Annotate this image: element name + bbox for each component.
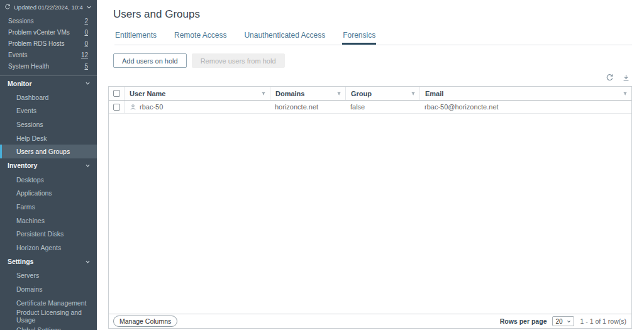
sidebar-item-users-and-groups[interactable]: Users and Groups xyxy=(0,145,97,158)
table-header-row: User Name Domains Group xyxy=(109,87,631,101)
column-label: Group xyxy=(351,90,372,97)
stat-label: Sessions xyxy=(8,18,84,25)
filter-icon[interactable] xyxy=(336,91,341,96)
row-checkbox[interactable] xyxy=(113,104,120,111)
sidebar-item-desktops[interactable]: Desktops xyxy=(0,173,97,187)
sidebar-updated-bar: Updated 01/22/2024, 10:47 AM xyxy=(0,0,97,14)
remove-users-from-hold-button: Remove users from hold xyxy=(192,53,285,68)
action-buttons: Add users on hold Remove users from hold xyxy=(113,53,632,68)
chevron-down-icon xyxy=(85,80,91,86)
sidebar-item-farms[interactable]: Farms xyxy=(0,200,97,214)
section-label: Monitor xyxy=(8,80,32,87)
column-header-group[interactable]: Group xyxy=(345,87,419,100)
sidebar-item-persistent-disks[interactable]: Persistent Disks xyxy=(0,227,97,241)
column-label: User Name xyxy=(130,90,165,97)
add-users-on-hold-button[interactable]: Add users on hold xyxy=(113,53,187,68)
stat-label: Problem RDS Hosts xyxy=(8,40,84,47)
tab-forensics[interactable]: Forensics xyxy=(342,28,376,45)
stat-label: Events xyxy=(8,52,81,58)
row-select-cell xyxy=(109,101,124,113)
domains-cell: horizoncte.net xyxy=(270,101,345,113)
stat-value-link[interactable]: 5 xyxy=(84,63,88,70)
table-footer: Manage Columns Rows per page 20 1 - 1 of… xyxy=(109,314,631,328)
stat-value-link[interactable]: 2 xyxy=(84,18,88,25)
sidebar-item-domains[interactable]: Domains xyxy=(0,282,97,296)
users-table: User Name Domains Group xyxy=(108,86,632,329)
rows-per-page-label: Rows per page xyxy=(500,317,547,325)
column-header-domains[interactable]: Domains xyxy=(270,87,345,100)
user-icon xyxy=(130,104,136,111)
select-all-cell xyxy=(109,87,124,100)
stat-events[interactable]: Events 12 xyxy=(0,49,97,60)
sidebar-item-servers[interactable]: Servers xyxy=(0,269,97,283)
refresh-icon[interactable] xyxy=(606,74,614,82)
download-icon[interactable] xyxy=(622,74,630,82)
manage-columns-button[interactable]: Manage Columns xyxy=(113,316,177,327)
tab-entitlements[interactable]: Entitlements xyxy=(114,28,157,45)
chevron-down-icon xyxy=(85,259,91,265)
sidebar-item-global-settings[interactable]: Global Settings xyxy=(0,323,97,330)
rows-per-page-select[interactable]: 20 xyxy=(552,316,574,326)
chevron-down-icon xyxy=(85,163,91,168)
section-label: Inventory xyxy=(8,162,37,169)
main-content: Users and Groups Entitlements Remote Acc… xyxy=(97,0,644,330)
sidebar-item-machines[interactable]: Machines xyxy=(0,214,97,228)
stat-label: Problem vCenter VMs xyxy=(8,29,84,36)
stat-label: System Health xyxy=(8,63,84,70)
column-header-user-name[interactable]: User Name xyxy=(124,87,270,100)
tab-unauthenticated-access[interactable]: Unauthenticated Access xyxy=(243,28,326,45)
sidebar: Updated 01/22/2024, 10:47 AM Sessions 2 … xyxy=(0,0,97,330)
page-title: Users and Groups xyxy=(113,8,632,21)
column-header-email[interactable]: Email xyxy=(419,87,631,100)
tab-bar: Entitlements Remote Access Unauthenticat… xyxy=(114,28,632,45)
sidebar-item-sessions[interactable]: Sessions xyxy=(0,118,97,131)
column-label: Email xyxy=(425,90,443,97)
refresh-icon[interactable] xyxy=(4,4,11,10)
pagination: Rows per page 20 1 - 1 of 1 row(s) xyxy=(500,316,626,326)
email-cell: rbac-50@horizoncte.net xyxy=(419,101,631,113)
filter-icon[interactable] xyxy=(623,91,628,96)
section-label: Settings xyxy=(8,258,33,265)
sidebar-section-inventory[interactable]: Inventory xyxy=(0,158,97,173)
table-row[interactable]: rbac-50 horizoncte.net false rbac-50@hor… xyxy=(109,101,631,114)
filter-icon[interactable] xyxy=(261,91,266,96)
sidebar-item-events[interactable]: Events xyxy=(0,104,97,118)
stat-value-link[interactable]: 0 xyxy=(84,40,88,47)
table-toolbar xyxy=(108,74,632,82)
sidebar-stats: Sessions 2 Problem vCenter VMs 0 Problem… xyxy=(0,14,97,74)
filter-icon[interactable] xyxy=(411,91,416,96)
horizon-console: Updated 01/22/2024, 10:47 AM Sessions 2 … xyxy=(0,0,644,330)
sidebar-item-product-licensing[interactable]: Product Licensing and Usage xyxy=(0,309,97,323)
user-name-cell: rbac-50 xyxy=(124,101,270,113)
sidebar-item-dashboard[interactable]: Dashboard xyxy=(0,91,97,104)
updated-timestamp: Updated 01/22/2024, 10:47 AM xyxy=(14,4,83,11)
stat-problem-rds-hosts[interactable]: Problem RDS Hosts 0 xyxy=(0,38,97,49)
select-all-checkbox[interactable] xyxy=(113,90,120,97)
tab-remote-access[interactable]: Remote Access xyxy=(174,28,227,45)
group-cell: false xyxy=(345,101,419,113)
rows-per-page-value: 20 xyxy=(555,318,562,325)
stat-problem-vcenter-vms[interactable]: Problem vCenter VMs 0 xyxy=(0,26,97,38)
chevron-down-icon xyxy=(567,319,571,324)
sidebar-item-help-desk[interactable]: Help Desk xyxy=(0,131,97,145)
stat-sessions[interactable]: Sessions 2 xyxy=(0,15,97,26)
sidebar-item-applications[interactable]: Applications xyxy=(0,187,97,201)
sidebar-item-certificate-management[interactable]: Certificate Management xyxy=(0,296,97,310)
stat-value-link[interactable]: 0 xyxy=(84,29,88,36)
sidebar-section-settings[interactable]: Settings xyxy=(0,255,97,269)
stat-system-health[interactable]: System Health 5 xyxy=(0,60,97,72)
user-name: rbac-50 xyxy=(140,103,163,111)
stat-value-link[interactable]: 12 xyxy=(81,52,88,58)
table-empty-space xyxy=(109,114,631,314)
chevron-down-icon[interactable] xyxy=(86,4,92,10)
sidebar-item-horizon-agents[interactable]: Horizon Agents xyxy=(0,241,97,255)
column-label: Domains xyxy=(275,90,304,97)
row-range-text: 1 - 1 of 1 row(s) xyxy=(580,317,626,325)
sidebar-section-monitor[interactable]: Monitor xyxy=(0,76,97,91)
